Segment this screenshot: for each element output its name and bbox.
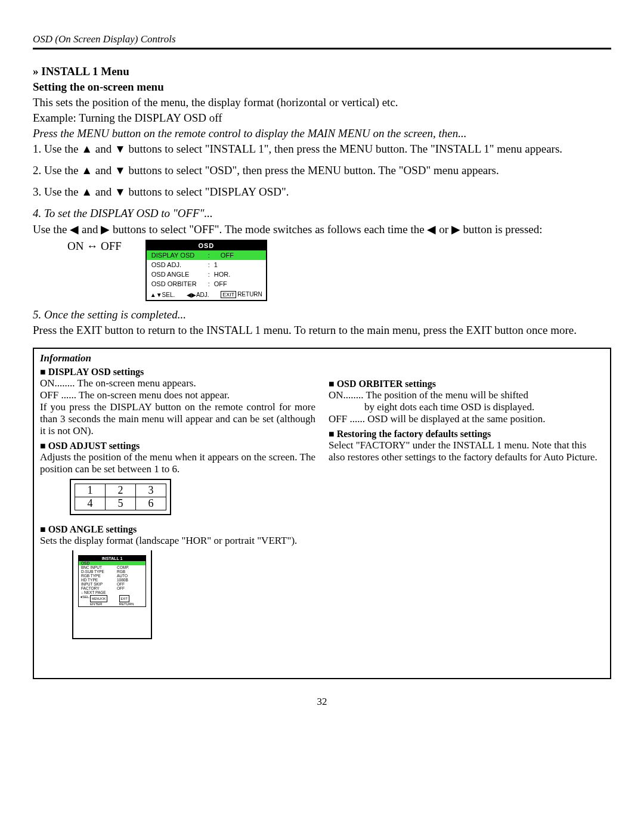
osd-menu-row: OSD ADJ.:1	[147, 260, 266, 270]
position-cell: 6	[136, 497, 166, 510]
step-2: 2. Use the ▲ and ▼ buttons to select "OS…	[33, 164, 611, 177]
example-line: Example: Turning the DISPLAY OSD off	[33, 112, 611, 125]
position-cell: 1	[75, 484, 106, 497]
install1-row: RGB TYPEAUTO	[79, 574, 145, 578]
osd-angle-heading: ■ OSD ANGLE settings	[40, 524, 315, 535]
install1-row: ↓ NEXT PAGE	[79, 590, 145, 594]
exit-button-icon: EXIT	[221, 291, 236, 298]
install1-title: INSTALL 1	[79, 556, 145, 561]
install1-row: D-SUB TYPERGB	[79, 569, 145, 574]
install1-row: FACTORYOFF	[79, 586, 145, 590]
display-osd-settings-heading: ■ DISPLAY OSD settings	[40, 367, 315, 377]
step-3: 3. Use the ▲ and ▼ buttons to select "DI…	[33, 185, 611, 199]
osd-menu-row: DISPLAY OSD:◀ OFF ▶	[147, 250, 266, 260]
intro-paragraph: This sets the position of the menu, the …	[33, 96, 611, 109]
position-cell: 2	[106, 484, 136, 497]
display-osd-off: OFF ...... The on-screen menu does not a…	[40, 389, 315, 401]
factory-defaults-body: Select "FACTORY" under the INSTALL 1 men…	[329, 439, 604, 463]
step-4-heading: 4. To set the DISPLAY OSD to "OFF"...	[33, 207, 611, 220]
running-header: OSD (On Screen Display) Controls	[33, 33, 611, 45]
header-rule	[33, 48, 611, 49]
step-1: 1. Use the ▲ and ▼ buttons to select "IN…	[33, 143, 611, 156]
press-menu-instruction: Press the MENU button on the remote cont…	[33, 127, 611, 140]
install1-footer: ♦SEL. MENU/OKENTER EXITRETURN	[79, 594, 145, 606]
position-table: 123456	[70, 479, 171, 515]
step-4-body: Use the ◀ and ▶ buttons to select "OFF".…	[33, 222, 611, 236]
osd-menu-footer: ▲▼SEL. ◀▶ADJ. EXITRETURN	[147, 289, 266, 300]
page-number: 32	[33, 696, 611, 708]
position-cell: 5	[106, 497, 136, 510]
step-5-heading: 5. Once the setting is completed...	[33, 308, 611, 321]
osd-menu-preview: OSD DISPLAY OSD:◀ OFF ▶OSD ADJ.:1OSD ANG…	[145, 240, 267, 301]
install1-row: HD TYPE1080B	[79, 578, 145, 582]
osd-orbiter-on-line2: by eight dots each time OSD is displayed…	[329, 401, 604, 413]
osd-adjust-body: Adjusts the position of the menu when it…	[40, 451, 315, 475]
step-5-body: Press the EXIT button to return to the I…	[33, 324, 611, 337]
install1-menu-heading: » INSTALL 1 Menu	[33, 65, 611, 78]
display-osd-note: If you press the DISPLAY button on the r…	[40, 401, 315, 437]
install1-row: OSD	[79, 561, 145, 565]
setting-onscreen-heading: Setting the on-screen menu	[33, 80, 611, 94]
install1-preview-frame: INSTALL 1 OSDBNC INPUTCOMP.D-SUB TYPERGB…	[72, 550, 152, 639]
information-box: Information ■ DISPLAY OSD settings ON...…	[33, 348, 611, 679]
osd-menu-title: OSD	[147, 241, 266, 250]
osd-angle-body: Sets the display format (landscape "HOR"…	[40, 535, 315, 547]
display-osd-on: ON........ The on-screen menu appears.	[40, 377, 315, 389]
osd-menu-row: OSD ORBITER:OFF	[147, 279, 266, 289]
osd-orbiter-on-line1: ON........ The position of the menu will…	[329, 389, 604, 401]
install1-row: INPUT SKIPOFF	[79, 582, 145, 586]
osd-menu-row: OSD ANGLE:HOR.	[147, 270, 266, 279]
updown-icon: ▲▼	[150, 292, 162, 298]
info-right-column: ■ OSD ORBITER settings ON........ The po…	[329, 367, 604, 639]
leftright-icon: ◀▶	[187, 292, 196, 298]
position-cell: 4	[75, 497, 106, 510]
position-cell: 3	[136, 484, 166, 497]
install1-row: BNC INPUTCOMP.	[79, 565, 145, 569]
osd-orbiter-off: OFF ...... OSD will be displayed at the …	[329, 413, 604, 425]
info-left-column: ■ DISPLAY OSD settings ON........ The on…	[40, 367, 315, 639]
osd-adjust-heading: ■ OSD ADJUST settings	[40, 441, 315, 451]
factory-defaults-heading: ■ Restoring the factory defaults setting…	[329, 429, 604, 439]
on-off-toggle-text: ON ↔ OFF	[67, 240, 122, 253]
information-title: Information	[40, 352, 604, 364]
install1-menu-preview: INSTALL 1 OSDBNC INPUTCOMP.D-SUB TYPERGB…	[78, 555, 146, 607]
osd-orbiter-heading: ■ OSD ORBITER settings	[329, 379, 604, 389]
